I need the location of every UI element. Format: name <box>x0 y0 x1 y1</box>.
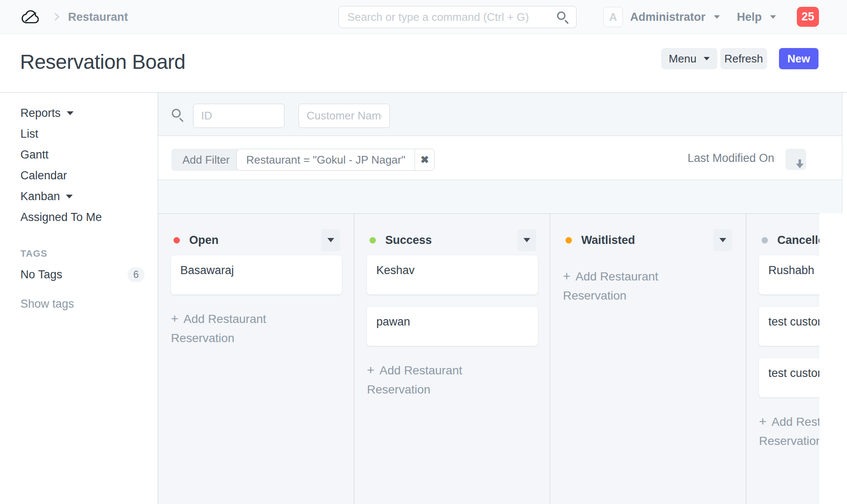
new-button[interactable]: New <box>779 48 819 69</box>
chevron-down-icon <box>770 15 776 19</box>
sidebar-item-assigned-to-me[interactable]: Assigned To Me <box>20 207 158 228</box>
sidebar-item-calendar[interactable]: Calendar <box>20 165 158 186</box>
search-input[interactable] <box>338 6 577 28</box>
active-filter-pill[interactable]: Restaurant = "Gokul - JP Nagar" ✖ <box>236 149 435 171</box>
chevron-down-icon <box>67 111 74 115</box>
kanban-card[interactable]: test custom <box>759 358 819 397</box>
add-filter-button[interactable]: Add Filter <box>171 149 241 171</box>
app-logo-icon[interactable] <box>21 10 41 24</box>
menu-button[interactable]: Menu <box>661 48 717 69</box>
sidebar-item-label: Assigned To Me <box>20 211 102 224</box>
add-card-button[interactable]: +Add Restaurant Reservation <box>759 412 819 450</box>
chevron-down-icon <box>719 238 726 242</box>
kanban-column-title: Waitlisted <box>581 234 635 247</box>
user-menu-label: Administrator <box>630 11 705 23</box>
refresh-button[interactable]: Refresh <box>720 48 767 69</box>
menu-button-label: Menu <box>669 52 696 65</box>
navbar: Restaurant A Administrator Help 25 <box>0 0 847 34</box>
sidebar-item-list[interactable]: List <box>20 124 158 144</box>
remove-filter-icon[interactable]: ✖ <box>415 149 434 170</box>
status-indicator-dot <box>762 237 768 244</box>
sidebar-view-list: ReportsListGanttCalendarKanbanAssigned T… <box>20 103 158 228</box>
kanban-column-header: Waitlisted <box>550 228 746 252</box>
plus-icon: + <box>759 414 767 428</box>
add-card-label: Add Restaurant Reservation <box>171 312 266 345</box>
sidebar-item-label: Calendar <box>20 169 67 182</box>
active-filter-label: Restaurant = "Gokul - JP Nagar" <box>237 149 415 170</box>
kanban-card[interactable]: Keshav <box>367 255 538 294</box>
kanban-column-title: Cancelled <box>777 234 819 247</box>
notifications-badge[interactable]: 25 <box>797 7 819 27</box>
add-card-button[interactable]: +Add Restaurant Reservation <box>171 309 311 348</box>
quick-filter-row <box>158 93 842 136</box>
breadcrumb[interactable]: Restaurant <box>68 11 128 24</box>
breadcrumb-chevron-icon <box>51 13 59 20</box>
sidebar-item-kanban[interactable]: Kanban <box>20 186 158 207</box>
search-bar <box>338 6 577 28</box>
chevron-down-icon <box>523 238 530 242</box>
chevron-down-icon <box>714 15 720 19</box>
kanban-column-open: OpenBasawaraj+Add Restaurant Reservation <box>158 214 354 504</box>
sidebar: ReportsListGanttCalendarKanbanAssigned T… <box>0 93 158 504</box>
column-menu-button[interactable] <box>517 229 536 251</box>
kanban-column-header: Success <box>354 228 550 252</box>
search-icon <box>557 11 566 20</box>
sidebar-item-label: Reports <box>20 107 61 120</box>
filter-row: Add Filter Restaurant = "Gokul - JP Naga… <box>158 136 842 180</box>
plus-icon: + <box>367 363 375 377</box>
page-head: Reservation Board Menu Refresh New <box>0 34 847 93</box>
kanban-board: OpenBasawaraj+Add Restaurant Reservation… <box>158 213 819 504</box>
kanban-card[interactable]: test custom <box>759 307 819 346</box>
add-card-label: Add Restaurant Reservation <box>367 364 462 396</box>
avatar[interactable]: A <box>603 7 623 27</box>
sidebar-item-label: Gantt <box>20 148 48 161</box>
status-indicator-dot <box>369 237 376 244</box>
sidebar-item-gantt[interactable]: Gantt <box>20 144 158 165</box>
kanban-card[interactable]: pawan <box>367 307 538 346</box>
id-filter-input[interactable] <box>193 104 284 128</box>
toolbar-spacer <box>158 180 842 213</box>
filter-search-icon <box>172 109 181 118</box>
chevron-down-icon <box>327 238 334 242</box>
no-tags-count-badge: 6 <box>128 267 145 282</box>
customer-name-filter-input[interactable] <box>298 104 390 128</box>
sidebar-item-label: List <box>20 127 38 141</box>
sidebar-item-reports[interactable]: Reports <box>20 103 158 124</box>
sidebar-item-label: Kanban <box>20 190 60 203</box>
page-title: Reservation Board <box>20 50 185 74</box>
layout: ReportsListGanttCalendarKanbanAssigned T… <box>0 93 847 504</box>
no-tags-label: No Tags <box>20 268 63 281</box>
user-menu[interactable]: Administrator <box>630 11 720 24</box>
kanban-column-cancelled: CancelledRushabhtest customtest custom+A… <box>746 214 819 504</box>
kanban-column-title: Success <box>385 234 432 247</box>
add-card-button[interactable]: +Add Restaurant Reservation <box>367 360 507 399</box>
sidebar-item-no-tags[interactable]: No Tags 6 <box>20 263 145 286</box>
kanban-card-list: Basawaraj <box>158 255 354 294</box>
chevron-down-icon <box>66 195 73 198</box>
status-indicator-dot <box>173 237 180 244</box>
column-menu-button[interactable] <box>321 229 340 251</box>
sort-direction-button[interactable] <box>785 149 806 170</box>
help-menu[interactable]: Help <box>737 11 776 24</box>
kanban-card[interactable]: Basawaraj <box>171 255 342 294</box>
sort-field-selector[interactable]: Last Modified On <box>688 152 774 165</box>
kanban-card-list: Keshavpawan <box>354 255 550 346</box>
add-card-button[interactable]: +Add Restaurant Reservation <box>563 266 703 305</box>
kanban-column-success: SuccessKeshavpawan+Add Restaurant Reserv… <box>354 214 550 504</box>
kanban-column-header: Open <box>158 228 354 252</box>
add-card-label: Add Restaurant Reservation <box>759 415 819 447</box>
status-indicator-dot <box>566 237 572 244</box>
plus-icon: + <box>563 269 571 283</box>
main-area: Add Filter Restaurant = "Gokul - JP Naga… <box>158 93 847 504</box>
kanban-column-waitlisted: Waitlisted+Add Restaurant Reservation <box>550 214 746 504</box>
add-card-label: Add Restaurant Reservation <box>563 270 658 302</box>
kanban-card[interactable]: Rushabh <box>759 255 819 294</box>
kanban-card-list: Rushabhtest customtest custom <box>746 255 819 397</box>
help-menu-label: Help <box>737 11 762 23</box>
kanban-column-header: Cancelled <box>746 228 819 252</box>
column-menu-button[interactable] <box>713 229 732 251</box>
plus-icon: + <box>171 311 179 326</box>
show-tags-link[interactable]: Show tags <box>20 297 158 311</box>
tags-heading: TAGS <box>20 248 158 259</box>
chevron-down-icon <box>704 57 710 60</box>
